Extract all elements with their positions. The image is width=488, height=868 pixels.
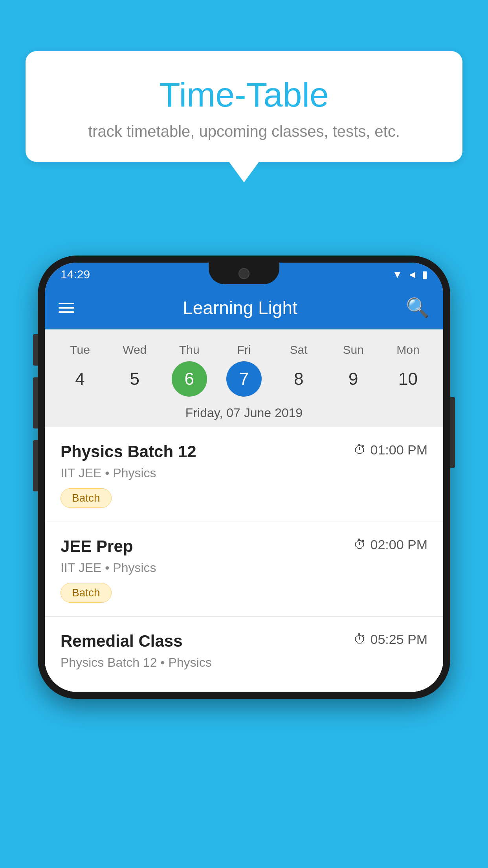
- status-icons: ▼ ◄ ▮: [393, 268, 427, 281]
- hamburger-line-1: [59, 303, 74, 304]
- day-col-tue[interactable]: Tue4: [59, 343, 102, 397]
- day-col-wed[interactable]: Wed5: [113, 343, 156, 397]
- phone-mockup: 14:29 ▼ ◄ ▮ Learning Light 🔍: [38, 256, 450, 699]
- class-time: ⏱ 01:00 PM: [354, 442, 427, 458]
- speech-bubble-container: Time-Table track timetable, upcoming cla…: [26, 51, 462, 162]
- class-info: Physics Batch 12 • Physics: [61, 655, 427, 670]
- day-name: Wed: [123, 343, 147, 357]
- day-name: Fri: [237, 343, 251, 357]
- day-name: Tue: [70, 343, 90, 357]
- day-number: 4: [62, 361, 98, 397]
- class-time: ⏱ 02:00 PM: [354, 537, 427, 552]
- day-name: Thu: [179, 343, 200, 357]
- bubble-subtitle: track timetable, upcoming classes, tests…: [45, 123, 443, 140]
- class-item-2[interactable]: Remedial Class ⏱ 05:25 PM Physics Batch …: [45, 617, 443, 692]
- class-info: IIT JEE • Physics: [61, 466, 427, 480]
- hamburger-line-2: [59, 307, 74, 309]
- day-col-mon[interactable]: Mon10: [386, 343, 429, 397]
- status-time: 14:29: [61, 268, 90, 281]
- class-item-1[interactable]: JEE Prep ⏱ 02:00 PM IIT JEE • Physics Ba…: [45, 522, 443, 617]
- class-header: JEE Prep ⏱ 02:00 PM: [61, 537, 427, 556]
- classes-section: Physics Batch 12 ⏱ 01:00 PM IIT JEE • Ph…: [45, 427, 443, 692]
- hamburger-menu[interactable]: [59, 303, 74, 313]
- day-number: 5: [117, 361, 152, 397]
- phone-notch: [209, 263, 279, 284]
- app-bar-title: Learning Light: [183, 297, 297, 318]
- signal-icon: ◄: [407, 268, 417, 281]
- clock-icon: ⏱: [354, 537, 366, 552]
- phone-frame: 14:29 ▼ ◄ ▮ Learning Light 🔍: [38, 256, 450, 699]
- days-row: Tue4Wed5Thu6Fri7Sat8Sun9Mon10: [45, 337, 443, 400]
- day-name: Sat: [290, 343, 308, 357]
- day-col-sun[interactable]: Sun9: [332, 343, 375, 397]
- class-name: JEE Prep: [61, 537, 133, 556]
- day-name: Mon: [396, 343, 419, 357]
- day-name: Sun: [343, 343, 364, 357]
- calendar-section: Tue4Wed5Thu6Fri7Sat8Sun9Mon10 Friday, 07…: [45, 329, 443, 427]
- batch-badge: Batch: [61, 488, 112, 508]
- class-header: Physics Batch 12 ⏱ 01:00 PM: [61, 442, 427, 461]
- app-bar: Learning Light 🔍: [45, 286, 443, 329]
- hamburger-line-3: [59, 311, 74, 313]
- class-header: Remedial Class ⏱ 05:25 PM: [61, 632, 427, 651]
- volume-down-button: [33, 377, 38, 428]
- class-name: Remedial Class: [61, 632, 183, 651]
- class-item-0[interactable]: Physics Batch 12 ⏱ 01:00 PM IIT JEE • Ph…: [45, 427, 443, 522]
- clock-icon: ⏱: [354, 443, 366, 457]
- camera: [238, 268, 250, 279]
- day-number: 10: [390, 361, 426, 397]
- speech-bubble: Time-Table track timetable, upcoming cla…: [26, 51, 462, 162]
- battery-icon: ▮: [422, 268, 427, 281]
- clock-icon: ⏱: [354, 632, 366, 647]
- selected-date: Friday, 07 June 2019: [45, 400, 443, 427]
- day-number: 6: [172, 361, 207, 397]
- search-icon[interactable]: 🔍: [406, 297, 429, 319]
- day-number: 8: [281, 361, 316, 397]
- power-button: [450, 397, 455, 468]
- day-number: 7: [226, 361, 262, 397]
- silent-button: [33, 440, 38, 491]
- class-info: IIT JEE • Physics: [61, 561, 427, 575]
- day-col-sat[interactable]: Sat8: [277, 343, 320, 397]
- phone-screen: 14:29 ▼ ◄ ▮ Learning Light 🔍: [45, 263, 443, 692]
- day-col-fri[interactable]: Fri7: [222, 343, 266, 397]
- wifi-icon: ▼: [393, 268, 403, 281]
- volume-up-button: [33, 334, 38, 366]
- day-col-thu[interactable]: Thu6: [168, 343, 211, 397]
- bubble-title: Time-Table: [45, 75, 443, 115]
- class-time: ⏱ 05:25 PM: [354, 632, 427, 647]
- class-name: Physics Batch 12: [61, 442, 196, 461]
- batch-badge: Batch: [61, 583, 112, 603]
- day-number: 9: [336, 361, 371, 397]
